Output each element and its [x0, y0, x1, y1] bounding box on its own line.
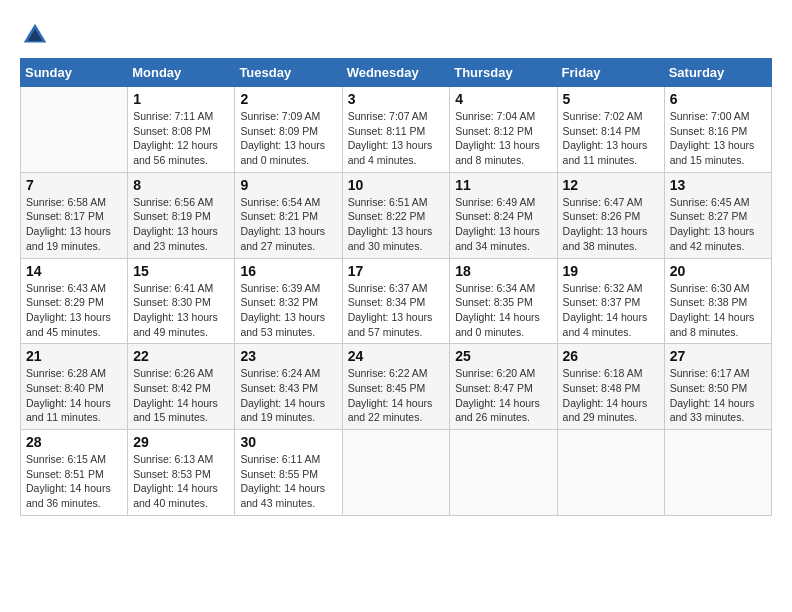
day-number: 30 [240, 434, 336, 450]
calendar-cell [21, 87, 128, 173]
day-number: 7 [26, 177, 122, 193]
day-info: Sunrise: 6:54 AM Sunset: 8:21 PM Dayligh… [240, 195, 336, 254]
calendar-cell: 21Sunrise: 6:28 AM Sunset: 8:40 PM Dayli… [21, 344, 128, 430]
day-number: 11 [455, 177, 551, 193]
calendar-cell: 3Sunrise: 7:07 AM Sunset: 8:11 PM Daylig… [342, 87, 450, 173]
day-info: Sunrise: 6:22 AM Sunset: 8:45 PM Dayligh… [348, 366, 445, 425]
day-info: Sunrise: 6:47 AM Sunset: 8:26 PM Dayligh… [563, 195, 659, 254]
day-number: 2 [240, 91, 336, 107]
day-number: 25 [455, 348, 551, 364]
weekday-header-sunday: Sunday [21, 59, 128, 87]
logo-icon [20, 20, 50, 50]
calendar-cell: 20Sunrise: 6:30 AM Sunset: 8:38 PM Dayli… [664, 258, 771, 344]
calendar-cell: 12Sunrise: 6:47 AM Sunset: 8:26 PM Dayli… [557, 172, 664, 258]
day-info: Sunrise: 6:28 AM Sunset: 8:40 PM Dayligh… [26, 366, 122, 425]
calendar-cell: 26Sunrise: 6:18 AM Sunset: 8:48 PM Dayli… [557, 344, 664, 430]
calendar: SundayMondayTuesdayWednesdayThursdayFrid… [20, 58, 772, 516]
weekday-header-thursday: Thursday [450, 59, 557, 87]
day-info: Sunrise: 6:37 AM Sunset: 8:34 PM Dayligh… [348, 281, 445, 340]
calendar-cell: 17Sunrise: 6:37 AM Sunset: 8:34 PM Dayli… [342, 258, 450, 344]
day-number: 1 [133, 91, 229, 107]
weekday-header-monday: Monday [128, 59, 235, 87]
calendar-cell: 16Sunrise: 6:39 AM Sunset: 8:32 PM Dayli… [235, 258, 342, 344]
calendar-cell: 5Sunrise: 7:02 AM Sunset: 8:14 PM Daylig… [557, 87, 664, 173]
day-number: 26 [563, 348, 659, 364]
week-row-2: 7Sunrise: 6:58 AM Sunset: 8:17 PM Daylig… [21, 172, 772, 258]
day-number: 3 [348, 91, 445, 107]
day-number: 6 [670, 91, 766, 107]
weekday-header-row: SundayMondayTuesdayWednesdayThursdayFrid… [21, 59, 772, 87]
day-info: Sunrise: 6:56 AM Sunset: 8:19 PM Dayligh… [133, 195, 229, 254]
day-number: 28 [26, 434, 122, 450]
day-info: Sunrise: 6:49 AM Sunset: 8:24 PM Dayligh… [455, 195, 551, 254]
day-info: Sunrise: 6:51 AM Sunset: 8:22 PM Dayligh… [348, 195, 445, 254]
day-info: Sunrise: 6:24 AM Sunset: 8:43 PM Dayligh… [240, 366, 336, 425]
day-info: Sunrise: 7:04 AM Sunset: 8:12 PM Dayligh… [455, 109, 551, 168]
day-number: 5 [563, 91, 659, 107]
week-row-5: 28Sunrise: 6:15 AM Sunset: 8:51 PM Dayli… [21, 430, 772, 516]
day-info: Sunrise: 6:34 AM Sunset: 8:35 PM Dayligh… [455, 281, 551, 340]
calendar-cell: 30Sunrise: 6:11 AM Sunset: 8:55 PM Dayli… [235, 430, 342, 516]
day-number: 21 [26, 348, 122, 364]
day-number: 15 [133, 263, 229, 279]
calendar-cell: 1Sunrise: 7:11 AM Sunset: 8:08 PM Daylig… [128, 87, 235, 173]
day-info: Sunrise: 6:58 AM Sunset: 8:17 PM Dayligh… [26, 195, 122, 254]
day-info: Sunrise: 6:43 AM Sunset: 8:29 PM Dayligh… [26, 281, 122, 340]
day-number: 22 [133, 348, 229, 364]
day-number: 8 [133, 177, 229, 193]
calendar-cell: 27Sunrise: 6:17 AM Sunset: 8:50 PM Dayli… [664, 344, 771, 430]
weekday-header-saturday: Saturday [664, 59, 771, 87]
calendar-cell [342, 430, 450, 516]
day-info: Sunrise: 7:09 AM Sunset: 8:09 PM Dayligh… [240, 109, 336, 168]
day-info: Sunrise: 6:15 AM Sunset: 8:51 PM Dayligh… [26, 452, 122, 511]
day-number: 23 [240, 348, 336, 364]
calendar-cell [664, 430, 771, 516]
calendar-cell [557, 430, 664, 516]
day-info: Sunrise: 6:17 AM Sunset: 8:50 PM Dayligh… [670, 366, 766, 425]
calendar-cell: 13Sunrise: 6:45 AM Sunset: 8:27 PM Dayli… [664, 172, 771, 258]
day-number: 4 [455, 91, 551, 107]
day-info: Sunrise: 6:13 AM Sunset: 8:53 PM Dayligh… [133, 452, 229, 511]
day-info: Sunrise: 7:07 AM Sunset: 8:11 PM Dayligh… [348, 109, 445, 168]
calendar-cell [450, 430, 557, 516]
day-number: 29 [133, 434, 229, 450]
weekday-header-friday: Friday [557, 59, 664, 87]
page-header [20, 20, 772, 50]
calendar-cell: 24Sunrise: 6:22 AM Sunset: 8:45 PM Dayli… [342, 344, 450, 430]
calendar-cell: 7Sunrise: 6:58 AM Sunset: 8:17 PM Daylig… [21, 172, 128, 258]
day-info: Sunrise: 6:32 AM Sunset: 8:37 PM Dayligh… [563, 281, 659, 340]
day-info: Sunrise: 6:11 AM Sunset: 8:55 PM Dayligh… [240, 452, 336, 511]
day-number: 20 [670, 263, 766, 279]
day-number: 27 [670, 348, 766, 364]
calendar-cell: 8Sunrise: 6:56 AM Sunset: 8:19 PM Daylig… [128, 172, 235, 258]
calendar-cell: 15Sunrise: 6:41 AM Sunset: 8:30 PM Dayli… [128, 258, 235, 344]
day-info: Sunrise: 6:18 AM Sunset: 8:48 PM Dayligh… [563, 366, 659, 425]
logo [20, 20, 54, 50]
day-number: 24 [348, 348, 445, 364]
day-info: Sunrise: 7:02 AM Sunset: 8:14 PM Dayligh… [563, 109, 659, 168]
day-info: Sunrise: 6:30 AM Sunset: 8:38 PM Dayligh… [670, 281, 766, 340]
calendar-cell: 25Sunrise: 6:20 AM Sunset: 8:47 PM Dayli… [450, 344, 557, 430]
day-info: Sunrise: 6:39 AM Sunset: 8:32 PM Dayligh… [240, 281, 336, 340]
calendar-cell: 10Sunrise: 6:51 AM Sunset: 8:22 PM Dayli… [342, 172, 450, 258]
weekday-header-tuesday: Tuesday [235, 59, 342, 87]
weekday-header-wednesday: Wednesday [342, 59, 450, 87]
day-info: Sunrise: 6:26 AM Sunset: 8:42 PM Dayligh… [133, 366, 229, 425]
calendar-cell: 19Sunrise: 6:32 AM Sunset: 8:37 PM Dayli… [557, 258, 664, 344]
day-number: 19 [563, 263, 659, 279]
calendar-cell: 23Sunrise: 6:24 AM Sunset: 8:43 PM Dayli… [235, 344, 342, 430]
day-info: Sunrise: 7:11 AM Sunset: 8:08 PM Dayligh… [133, 109, 229, 168]
day-number: 16 [240, 263, 336, 279]
calendar-cell: 2Sunrise: 7:09 AM Sunset: 8:09 PM Daylig… [235, 87, 342, 173]
calendar-cell: 22Sunrise: 6:26 AM Sunset: 8:42 PM Dayli… [128, 344, 235, 430]
calendar-cell: 6Sunrise: 7:00 AM Sunset: 8:16 PM Daylig… [664, 87, 771, 173]
day-number: 17 [348, 263, 445, 279]
day-info: Sunrise: 6:20 AM Sunset: 8:47 PM Dayligh… [455, 366, 551, 425]
day-number: 18 [455, 263, 551, 279]
week-row-4: 21Sunrise: 6:28 AM Sunset: 8:40 PM Dayli… [21, 344, 772, 430]
day-number: 12 [563, 177, 659, 193]
week-row-1: 1Sunrise: 7:11 AM Sunset: 8:08 PM Daylig… [21, 87, 772, 173]
day-info: Sunrise: 6:45 AM Sunset: 8:27 PM Dayligh… [670, 195, 766, 254]
day-number: 10 [348, 177, 445, 193]
calendar-cell: 29Sunrise: 6:13 AM Sunset: 8:53 PM Dayli… [128, 430, 235, 516]
